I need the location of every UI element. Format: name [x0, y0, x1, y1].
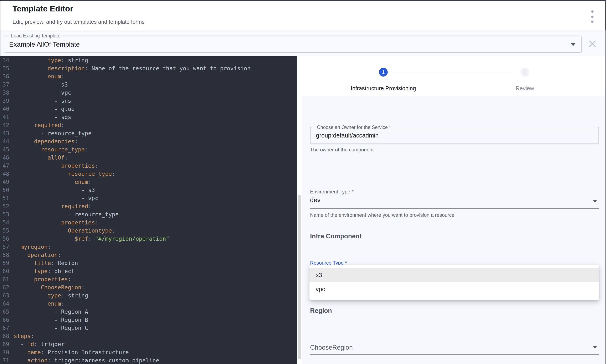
load-template-label: Load Existing Template: [9, 33, 62, 39]
code-line: 34 type: string: [0, 56, 297, 64]
caret-down-icon[interactable]: [593, 346, 597, 348]
window-right-edge-top: [605, 0, 606, 30]
line-number: 70: [0, 348, 14, 356]
code-text: - resource_type: [14, 211, 119, 218]
kebab-menu-icon[interactable]: [588, 10, 597, 23]
code-text: resource_type:: [14, 170, 115, 177]
stepper-step-2-label[interactable]: Review: [494, 85, 556, 92]
line-number: 35: [0, 64, 14, 72]
code-text: type: string: [14, 292, 88, 299]
environment-helper-text: Name of the environment where you want t…: [310, 212, 454, 218]
line-number: 57: [0, 243, 14, 251]
line-number: 63: [0, 291, 14, 299]
page-header: Template Editor Edit, preview, and try o…: [0, 1, 606, 30]
choose-region-underline: [310, 354, 599, 355]
code-text: operation:: [14, 252, 61, 258]
menu-option-s3[interactable]: s3: [309, 268, 599, 282]
code-line: 55 Operationtype:: [0, 226, 297, 235]
code-text: required:: [14, 203, 92, 209]
code-line: 58 operation:: [0, 251, 297, 259]
environment-type-select[interactable]: dev: [310, 196, 320, 204]
template-editor-window: Template Editor Edit, preview, and try o…: [0, 0, 606, 364]
code-line: 53 - resource_type: [0, 210, 297, 218]
yaml-code-editor[interactable]: 34 type: string35 description: Name of t…: [0, 56, 297, 364]
line-number: 56: [0, 235, 14, 243]
close-icon[interactable]: [588, 39, 597, 49]
line-number: 49: [0, 178, 14, 186]
code-line: 50 - s3: [0, 186, 297, 194]
code-text: name: Provision Infrastructure: [14, 349, 129, 355]
line-number: 37: [0, 80, 14, 89]
line-number: 62: [0, 283, 14, 291]
code-line: 70 name: Provision Infrastructure: [0, 348, 297, 356]
code-line: 66 - Region B: [0, 316, 297, 324]
choose-region-select[interactable]: ChooseRegion: [310, 344, 353, 351]
line-number: 52: [0, 202, 14, 210]
code-line: 36 enum:: [0, 72, 297, 80]
line-number: 47: [0, 162, 14, 170]
window-left-edge: [0, 0, 0, 364]
code-text: steps:: [14, 333, 34, 339]
line-number: 39: [0, 97, 14, 105]
load-template-section: Load Existing Template Example AllOf Tem…: [0, 30, 606, 56]
infra-component-heading: Infra Component: [310, 233, 362, 240]
code-line: 46 allOf:: [0, 154, 297, 162]
line-number: 34: [0, 56, 14, 64]
window-right-edge: [605, 0, 606, 364]
line-number: 61: [0, 275, 14, 283]
editor-scrollbar-thumb[interactable]: [298, 195, 301, 359]
code-line: 52 required:: [0, 202, 297, 210]
line-number: 42: [0, 121, 14, 129]
code-text: ChooseRegion:: [14, 284, 85, 291]
step-number: 2: [523, 69, 526, 75]
code-line: 61 properties:: [0, 275, 297, 283]
line-number: 60: [0, 267, 14, 275]
line-number: 67: [0, 324, 14, 332]
caret-down-icon[interactable]: [571, 43, 576, 46]
menu-option-vpc[interactable]: vpc: [309, 282, 599, 296]
stepper-step-1-label[interactable]: Infrastructure Provisioning: [342, 85, 425, 92]
code-text: Operationtype:: [14, 227, 115, 234]
code-line: 69 - id: trigger: [0, 340, 297, 348]
code-text: title: Region: [14, 260, 78, 266]
code-line: 51 - vpc: [0, 194, 297, 202]
owner-helper-text: The owner of the component: [310, 147, 374, 153]
line-number: 64: [0, 299, 14, 308]
code-line: 71 action: trigger:harness-custom-pipeli…: [0, 356, 297, 364]
line-number: 41: [0, 113, 14, 121]
code-line: 37 - s3: [0, 80, 297, 89]
environment-type-label: Environment Type *: [310, 189, 354, 195]
caret-down-icon[interactable]: [593, 200, 597, 202]
line-number: 36: [0, 72, 14, 80]
code-line: 43 - resource_type: [0, 129, 297, 137]
line-number: 59: [0, 259, 14, 267]
stepper-step-1-circle[interactable]: 1: [379, 68, 388, 77]
line-number: 51: [0, 194, 14, 202]
code-text: - resource_type: [14, 130, 92, 136]
code-text: - vpc: [14, 90, 71, 96]
line-number: 69: [0, 340, 14, 348]
code-text: allOf:: [14, 154, 68, 161]
stepper-step-2-circle[interactable]: 2: [520, 68, 529, 77]
code-line: 63 type: string: [0, 291, 297, 299]
line-number: 54: [0, 218, 14, 226]
code-text: - sns: [14, 98, 71, 104]
line-number: 50: [0, 186, 14, 194]
code-line: 47 - properties:: [0, 162, 297, 170]
code-line: 39 - sns: [0, 97, 297, 105]
page-subtitle: Edit, preview, and try out templates and…: [13, 19, 145, 25]
line-number: 68: [0, 332, 14, 340]
step-number: 1: [382, 69, 385, 75]
line-number: 38: [0, 89, 14, 97]
owner-input[interactable]: Choose an Owner for the Service * group:…: [310, 127, 599, 144]
code-text: - s3: [14, 81, 68, 88]
load-template-value: Example AllOf Template: [9, 40, 80, 48]
code-text: dependencies:: [14, 138, 78, 144]
code-text: resource_type:: [14, 146, 88, 153]
line-number: 40: [0, 105, 14, 113]
code-text: enum:: [14, 73, 65, 80]
load-template-select[interactable]: Load Existing Template Example AllOf Tem…: [4, 36, 582, 53]
owner-label: Choose an Owner for the Service *: [315, 125, 393, 130]
code-text: - vpc: [14, 195, 98, 201]
line-number: 48: [0, 170, 14, 178]
